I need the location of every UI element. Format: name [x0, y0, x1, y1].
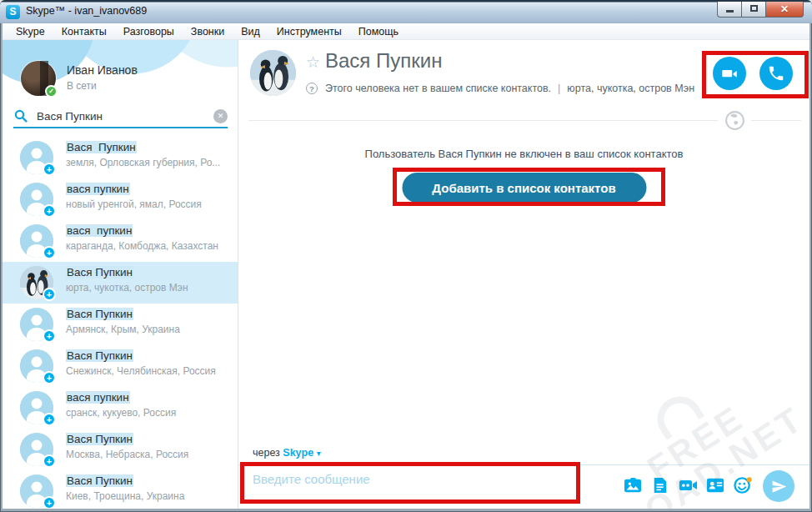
send-file-icon[interactable] [651, 477, 669, 494]
penguins-image [250, 50, 296, 96]
add-contact-badge-icon: + [43, 496, 56, 509]
favorite-star-icon[interactable]: ☆ [306, 53, 320, 72]
contact-name: Вася Пупкин [66, 308, 231, 320]
peer-avatar [250, 50, 296, 96]
my-avatar: ✓ [21, 61, 56, 96]
menu-item-инструменты[interactable]: Инструменты [268, 23, 350, 40]
my-name: Иван Иванов [67, 63, 138, 77]
add-contact-badge-icon: + [43, 163, 56, 176]
contact-list-item[interactable]: + вася пупкин новый уренгой, ямал, Росси… [3, 178, 238, 220]
contact-avatar: + [20, 391, 53, 424]
contact-list-item[interactable]: + Вася Пупкин Снежинск, Челябинская, Рос… [3, 345, 238, 387]
maximize-button[interactable] [741, 2, 766, 18]
compose-toolbar [624, 477, 752, 494]
help-icon[interactable]: ? [306, 83, 318, 94]
menu-item-разговоры[interactable]: Разговоры [115, 23, 183, 40]
search-icon [14, 109, 28, 123]
window-title: Skype™ - ivan_ivanov689 [26, 5, 147, 17]
contact-location: юрта, чукотка, остров Мэн [66, 282, 231, 294]
annotation-box-add [393, 168, 665, 206]
globe-icon [718, 109, 751, 131]
search-row: ✕ [14, 105, 228, 127]
add-contact-badge-icon: + [43, 329, 56, 343]
add-contact-badge-icon: + [43, 371, 56, 384]
contact-list-item[interactable]: + Вася Пупкин юрта, чукотка, остров Мэн [3, 262, 238, 304]
online-status-icon: ✓ [45, 85, 58, 98]
contact-list-item[interactable]: + вася пупкин караганда, Комбоджа, Казах… [3, 220, 238, 262]
close-button[interactable]: ✕ [765, 2, 804, 18]
add-contact-badge-icon: + [43, 454, 56, 468]
info-separator: | [551, 83, 567, 94]
peer-info-row: ? Этого человека нет в вашем списке конт… [306, 83, 694, 94]
contact-location: караганда, Комбоджа, Казахстан [66, 240, 231, 252]
peer-location: юрта, чукотка, остров Мэн [567, 83, 694, 94]
contact-avatar: + [20, 183, 53, 216]
send-button[interactable] [763, 470, 794, 502]
annotation-box-compose [240, 462, 580, 504]
search-underline [13, 127, 228, 128]
contact-location: земля, Орловская губерния, Ро... [66, 157, 231, 168]
menu-item-помощь[interactable]: Помощь [350, 23, 407, 40]
menu-item-skype[interactable]: Skype [8, 23, 53, 40]
contact-location: Киев, Троещина, Украина [66, 490, 231, 502]
contact-name: вася пупкин [66, 183, 231, 195]
menu-item-вид[interactable]: Вид [233, 23, 268, 40]
contact-name: Вася Пупкин [66, 266, 231, 279]
contact-avatar: + [20, 308, 53, 341]
window-frame: SkypeКонтактыРазговорыЗвонкиВидИнструмен… [3, 23, 809, 509]
contact-list-item[interactable]: + Вася Пупкин земля, Орловская губерния,… [3, 137, 238, 178]
via-selector[interactable]: через Skype ▾ [253, 447, 321, 459]
contact-list: + Вася Пупкин земля, Орловская губерния,… [3, 130, 238, 509]
via-prefix: через [253, 447, 280, 459]
contact-name: вася пупкин [66, 224, 231, 237]
contact-avatar: + [20, 266, 53, 299]
menu-item-контакты[interactable]: Контакты [53, 23, 115, 40]
contact-card-icon[interactable] [706, 477, 724, 494]
my-status: В сети [67, 80, 138, 92]
contact-name: Вася Пупкин [66, 349, 231, 362]
sidebar: ✓ Иван Иванов В сети ✕ [3, 40, 238, 509]
contact-list-item[interactable]: + Вася Пупкин Москва, Небраска, Россия [3, 429, 238, 470]
search-input[interactable] [37, 110, 213, 123]
not-in-contacts-notice: Пользователь Вася Пупкин не включен в ва… [238, 148, 809, 160]
send-plane-icon [771, 479, 787, 494]
contact-location: новый уренгой, ямал, Россия [66, 198, 231, 210]
contact-avatar: + [20, 349, 53, 383]
contact-location: сранск, кукуево, Россия [66, 407, 231, 419]
minimize-button[interactable] [717, 2, 742, 18]
contact-name: Вася Пупкин [66, 474, 231, 487]
skype-app-icon: S [6, 5, 20, 19]
contact-avatar: + [20, 433, 53, 466]
peer-name: Вася Пупкин [325, 49, 442, 73]
contact-avatar: + [20, 224, 53, 258]
contact-name: Вася Пупкин [66, 141, 231, 153]
contact-location: Москва, Небраска, Россия [66, 449, 231, 460]
add-contact-badge-icon: + [43, 246, 56, 259]
conversation-panel: ☆ Вася Пупкин ? Этого человека нет в ваш… [238, 40, 809, 509]
via-channel-link[interactable]: Skype [283, 447, 313, 459]
chevron-down-icon: ▾ [317, 449, 321, 458]
titlebar: S Skype™ - ivan_ivanov689 ✕ [0, 0, 812, 23]
video-message-icon[interactable] [679, 477, 697, 494]
add-contact-badge-icon: + [43, 413, 56, 426]
contact-location: Армянск, Крым, Украина [66, 324, 231, 335]
add-contact-badge-icon: + [43, 288, 56, 301]
contact-name: Вася Пупкин [66, 433, 231, 445]
contact-location: Снежинск, Челябинская, Россия [66, 365, 231, 377]
contact-avatar: + [20, 474, 53, 508]
content: ✓ Иван Иванов В сети ✕ [3, 40, 809, 509]
menu-item-звонки[interactable]: Звонки [183, 23, 233, 40]
send-photo-icon[interactable] [624, 477, 642, 494]
clear-search-icon[interactable]: ✕ [213, 109, 228, 123]
annotation-box-calls [702, 51, 809, 98]
contact-list-item[interactable]: + Вася Пупкин Киев, Троещина, Украина [3, 470, 238, 509]
my-profile[interactable]: ✓ Иван Иванов В сети [21, 61, 138, 96]
menu-bar: SkypeКонтактыРазговорыЗвонкиВидИнструмен… [3, 23, 809, 40]
contact-list-item[interactable]: + Вася Пупкин Армянск, Крым, Украина [3, 304, 238, 345]
contact-avatar: + [20, 141, 53, 174]
window-controls: ✕ [718, 2, 804, 18]
contact-list-item[interactable]: + вася пупкин сранск, кукуево, Россия [3, 387, 238, 429]
add-contact-badge-icon: + [43, 204, 56, 218]
minimize-icon [726, 10, 734, 13]
emoticon-icon[interactable] [734, 477, 752, 494]
